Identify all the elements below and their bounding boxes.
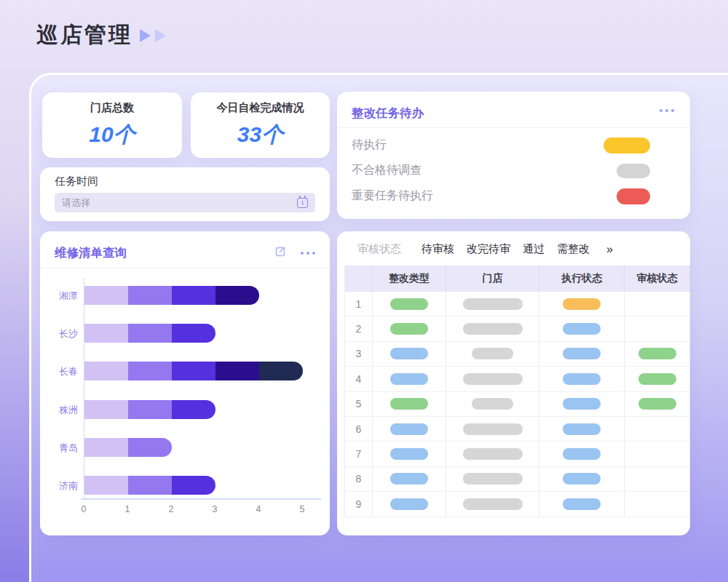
row-number: 1 <box>356 298 362 310</box>
filter-label: 审核状态 <box>357 242 401 256</box>
todo-item: 重要任务待执行 <box>337 183 690 209</box>
row-number-cell: 2 <box>345 316 373 340</box>
store-pill <box>463 498 523 510</box>
review-pill <box>638 373 676 385</box>
stat-value: 33个 <box>237 120 283 150</box>
table-row: 8 <box>345 467 690 492</box>
store-pill <box>472 398 513 410</box>
table-header-row: 整改类型门店执行状态审核状态 <box>345 266 690 292</box>
y-axis <box>84 278 84 498</box>
exec-pill <box>563 473 601 485</box>
type-pill <box>390 298 428 310</box>
type-cell <box>373 442 446 466</box>
bar-segment <box>128 324 172 343</box>
chart-bar <box>84 476 215 495</box>
review-cell <box>625 367 690 391</box>
page-title: 巡店管理 <box>36 20 132 50</box>
review-table-card: 审核状态 待审核 改完待审 通过 需整改 » 整改类型门店执行状态审核状态123… <box>337 231 690 535</box>
tab-fixed-awaiting[interactable]: 改完待审 <box>467 242 510 256</box>
store-cell <box>446 316 539 340</box>
row-number: 5 <box>356 398 362 410</box>
bar-segment <box>84 286 128 305</box>
tab-needs-fix[interactable]: 需整改 <box>557 242 590 256</box>
tab-pending-review[interactable]: 待审核 <box>422 242 454 256</box>
stat-label: 今日自检完成情况 <box>217 101 304 115</box>
stacked-bar-chart: 湘潭长沙长春株洲青岛济南012345 <box>49 276 325 524</box>
chart-category-label: 长沙 <box>49 327 78 340</box>
bar-segment <box>172 476 215 495</box>
date-picker-input[interactable]: 请选择 1 <box>55 193 315 212</box>
review-cell <box>625 442 690 466</box>
export-icon[interactable] <box>273 244 288 262</box>
row-number: 6 <box>356 423 362 435</box>
divider <box>40 268 330 268</box>
store-cell <box>446 342 539 366</box>
type-cell <box>373 492 446 516</box>
bar-segment <box>215 362 259 380</box>
review-cell <box>625 467 690 491</box>
bar-segment <box>84 362 128 380</box>
exec-pill <box>563 398 601 410</box>
row-number-cell: 7 <box>345 442 373 466</box>
exec-pill <box>563 298 601 310</box>
tab-passed[interactable]: 通过 <box>523 242 545 256</box>
chart-bar-row: 长沙 <box>49 324 325 343</box>
table-row: 1 <box>345 292 690 316</box>
exec-cell <box>539 292 625 316</box>
row-number-cell: 6 <box>345 417 373 441</box>
type-cell <box>373 417 446 441</box>
exec-cell <box>539 492 625 516</box>
exec-cell <box>539 316 625 340</box>
dashboard-panel: 门店总数 10个 今日自检完成情况 33个 任务时间 请选择 1 维修清单查询 … <box>29 73 728 582</box>
exec-cell <box>539 467 625 491</box>
store-pill <box>463 373 523 385</box>
store-cell <box>446 392 539 416</box>
stat-card-self-check: 今日自检完成情况 33个 <box>191 92 330 158</box>
row-number: 7 <box>356 448 362 460</box>
bar-segment <box>128 362 172 380</box>
page-header: 巡店管理 <box>36 20 166 50</box>
row-number-cell: 9 <box>345 492 373 516</box>
store-cell <box>446 442 539 466</box>
column-header: 审核状态 <box>625 266 690 292</box>
store-pill <box>463 448 523 460</box>
ellipsis-icon[interactable] <box>660 109 674 112</box>
chart-category-label: 长春 <box>49 365 78 378</box>
store-cell <box>446 417 539 441</box>
exec-pill <box>563 498 601 510</box>
ellipsis-icon[interactable] <box>301 252 315 255</box>
todo-item-label: 不合格待调查 <box>352 163 422 178</box>
bar-segment <box>215 286 259 305</box>
calendar-icon[interactable]: 1 <box>297 198 308 208</box>
x-tick-label: 4 <box>256 504 261 514</box>
bar-segment <box>84 324 128 343</box>
column-header: 门店 <box>446 266 539 292</box>
table-row: 3 <box>345 342 690 367</box>
type-cell <box>373 342 446 366</box>
store-pill <box>463 298 523 310</box>
task-time-label: 任务时间 <box>55 175 98 188</box>
exec-cell <box>539 342 625 366</box>
chart-category-label: 湘潭 <box>49 290 78 303</box>
chart-bar <box>84 324 215 343</box>
bar-segment <box>128 286 172 305</box>
more-tabs-icon[interactable]: » <box>606 243 613 256</box>
row-number: 2 <box>356 323 362 335</box>
repair-list-title: 维修清单查询 <box>55 245 127 261</box>
chart-bar <box>84 438 172 457</box>
x-tick-label: 2 <box>169 504 174 514</box>
store-cell <box>446 492 539 516</box>
chart-category-label: 青岛 <box>49 442 78 455</box>
store-pill <box>463 323 523 335</box>
x-axis <box>81 498 321 500</box>
x-tick-label: 1 <box>125 504 130 514</box>
review-table: 整改类型门店执行状态审核状态123456789 <box>344 266 690 517</box>
store-cell <box>446 467 539 491</box>
row-number: 4 <box>356 373 362 385</box>
table-row: 5 <box>345 392 690 417</box>
review-cell <box>625 342 690 366</box>
type-pill <box>390 398 428 410</box>
table-row: 2 <box>345 316 690 341</box>
bar-segment <box>128 400 172 419</box>
type-cell <box>373 367 446 391</box>
